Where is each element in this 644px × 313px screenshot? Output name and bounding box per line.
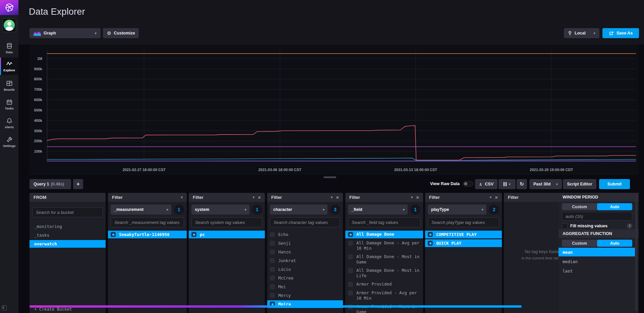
csv-download-button[interactable]: CSV <box>475 179 497 189</box>
custom-option[interactable]: Custom <box>562 240 597 247</box>
tag-value-row[interactable]: pc <box>189 231 265 238</box>
tag-key-dropdown[interactable]: _field ▾ <box>348 205 408 215</box>
tag-key-dropdown[interactable]: _measurement ▾ <box>111 205 171 215</box>
chevron-down-icon[interactable]: ▾ <box>411 195 413 200</box>
tag-value-row[interactable]: Mei <box>267 283 343 291</box>
timezone-dropdown[interactable]: Local ▾ <box>564 28 599 38</box>
tag-value-row[interactable]: All Damage Done - Most in Game <box>345 253 423 266</box>
plot-area[interactable] <box>47 50 636 162</box>
bucket-row[interactable]: overwatch <box>30 240 106 248</box>
sidebar-item-settings[interactable]: Settings <box>0 133 18 151</box>
sidebar-item-label: Settings <box>3 144 15 148</box>
checkbox-icon <box>111 232 116 237</box>
aggregate-function-item[interactable]: median <box>559 257 635 266</box>
tag-value-row[interactable]: QUICK PLAY <box>425 239 502 247</box>
page-title: Data Explorer <box>29 7 85 17</box>
save-as-button[interactable]: Save As <box>602 28 639 38</box>
chevron-down-icon[interactable]: ▾ <box>331 195 333 200</box>
query-tab[interactable]: Query 1 (0.48s) <box>30 179 71 189</box>
pin-icon <box>568 31 572 36</box>
tag-value-row[interactable]: Armor Provided - Avg per 10 Min <box>345 289 423 302</box>
tag-value-row[interactable]: Echo <box>267 231 343 238</box>
tag-value-list: pc <box>189 231 265 313</box>
bucket-list: _monitoring_tasksoverwatch <box>30 223 106 305</box>
tag-value-row[interactable]: Hanzo <box>267 248 343 256</box>
tag-value-list: EchoGenjiHanzoJunkratLúcioMcCreeMeiMercy… <box>267 231 343 313</box>
close-icon[interactable]: × <box>416 195 419 200</box>
filter-title: Filter <box>429 195 440 200</box>
tag-value-search-input[interactable] <box>428 217 499 227</box>
tag-value-search-input[interactable] <box>191 217 262 227</box>
close-icon[interactable]: × <box>258 195 261 200</box>
tag-value-label: McCree <box>278 276 293 281</box>
aggregate-function-item[interactable]: last <box>559 266 635 275</box>
tag-value-row[interactable]: All Damage Done - Most in Life <box>345 267 423 280</box>
tag-key-label: _field <box>351 207 362 212</box>
tag-value-row[interactable]: All Damage Done - Avg per 10 Min <box>345 239 423 252</box>
tag-key-dropdown[interactable]: character ▾ <box>270 205 328 215</box>
tag-key-dropdown[interactable]: playType ▾ <box>428 205 486 215</box>
pause-icon <box>504 182 507 186</box>
tag-value-label: Hanzo <box>278 249 291 254</box>
chevron-down-icon: ▾ <box>166 208 168 212</box>
sidebar-item-tasks[interactable]: Tasks <box>0 96 18 113</box>
tag-value-search-input[interactable] <box>348 217 420 227</box>
chevron-down-icon[interactable]: ▾ <box>253 195 255 200</box>
tag-value-row[interactable]: Mercy <box>267 292 343 299</box>
bucket-row[interactable]: _monitoring <box>30 223 106 230</box>
tag-key-label: character <box>273 207 292 212</box>
submit-button[interactable]: Submit <box>599 179 630 189</box>
tag-value-row[interactable]: COMPETITIVE PLAY <box>425 231 502 238</box>
aggregate-function-item[interactable]: mean <box>559 248 635 256</box>
auto-option[interactable]: Auto <box>597 203 632 210</box>
help-icon[interactable]: ? <box>627 223 632 229</box>
tag-value-row[interactable]: Armor Provided - Most in Game <box>345 303 423 313</box>
close-icon[interactable]: × <box>495 195 498 200</box>
sidebar-item-data[interactable]: Data <box>0 40 18 57</box>
tag-value-label: All Damage Done - Most in Life <box>356 268 420 279</box>
view-type-dropdown[interactable]: Graph ▾ <box>30 28 101 38</box>
add-query-button[interactable]: + <box>73 179 83 189</box>
window-period-mode-toggle: Custom Auto <box>562 203 632 210</box>
selected-count-badge: 1 <box>174 205 184 215</box>
tag-value-row[interactable]: Armor Provided <box>345 281 423 288</box>
filter-card-character: Filter ▾ × character ▾ 3 EchoGenjiHanzoJ… <box>267 193 343 313</box>
tag-value-search-input[interactable] <box>111 217 184 227</box>
auto-option[interactable]: Auto <box>597 240 632 247</box>
x-axis-tick-label: 2021-03-20 19:00:00 CDT <box>523 168 580 172</box>
sidebar-item-boards[interactable]: Boards <box>0 77 18 94</box>
view-raw-data-toggle[interactable] <box>463 181 473 186</box>
custom-option[interactable]: Custom <box>562 203 597 210</box>
tag-value-row[interactable]: All Damage Done <box>345 231 423 238</box>
bucket-search-input[interactable] <box>32 207 103 217</box>
graph-resize-handle[interactable] <box>324 176 336 178</box>
time-range-dropdown[interactable]: Past 30d ▾ <box>529 179 562 189</box>
window-period-input[interactable] <box>562 212 632 221</box>
tag-value-label: Mercy <box>278 293 291 298</box>
bucket-row[interactable]: _tasks <box>30 231 106 239</box>
tag-value-row[interactable]: SneakyTurtle-1146956 <box>108 231 187 238</box>
tag-value-row[interactable]: Genji <box>267 239 343 247</box>
sidebar-item-explore[interactable]: Explore <box>0 58 18 75</box>
refresh-button[interactable]: ↻ <box>517 179 527 189</box>
avatar[interactable] <box>2 18 16 32</box>
chevron-down-icon[interactable]: ▾ <box>181 195 183 200</box>
script-editor-button[interactable]: Script Editor <box>563 179 596 189</box>
horizontal-scrollbar[interactable] <box>30 305 522 308</box>
tag-value-row[interactable]: Junkrat <box>267 257 343 264</box>
tag-key-dropdown[interactable]: system ▾ <box>191 205 249 215</box>
tag-value-row[interactable]: Lúcio <box>267 265 343 273</box>
tag-value-search-input[interactable] <box>270 217 340 227</box>
pause-button[interactable]: ▾ <box>499 179 516 189</box>
tag-key-label: playType <box>431 207 449 212</box>
chevron-down-icon[interactable]: ▾ <box>490 195 492 200</box>
checkbox-icon <box>348 282 353 287</box>
tag-value-row[interactable]: McCree <box>267 274 343 282</box>
selected-count-badge: 2 <box>489 205 499 215</box>
customize-button[interactable]: ⚙ Customize <box>103 28 139 38</box>
sidebar-item-alerts[interactable]: Alerts <box>0 114 18 132</box>
vertical-scrollbar[interactable] <box>635 193 637 311</box>
influxdb-logo[interactable] <box>0 0 18 15</box>
fill-missing-values-checkbox[interactable] <box>562 223 568 229</box>
close-icon[interactable]: × <box>336 195 339 200</box>
